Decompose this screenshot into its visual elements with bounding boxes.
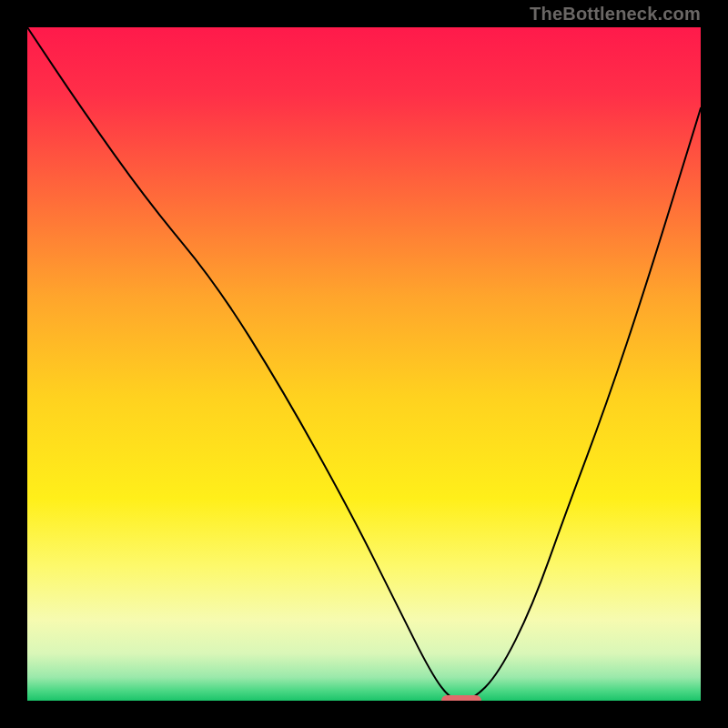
chart-frame: TheBottleneck.com <box>0 0 728 728</box>
optimal-point-marker <box>441 695 481 701</box>
bottleneck-curve <box>27 27 701 701</box>
watermark-text: TheBottleneck.com <box>530 4 701 25</box>
plot-area <box>27 27 701 701</box>
